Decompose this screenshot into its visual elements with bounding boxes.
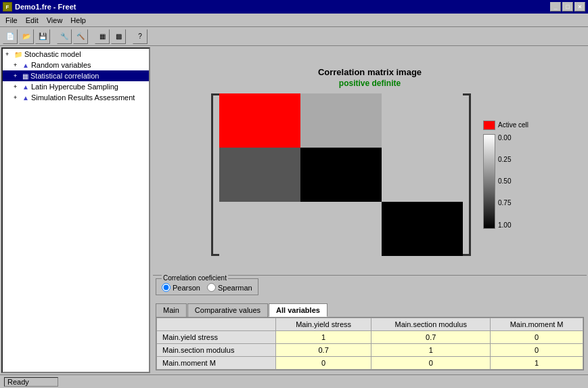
legend-active-label: Active cell [498, 121, 528, 129]
matrix-with-legend: Active cell 0.00 0.25 0.50 0.75 1.00 [211, 93, 528, 256]
toolbar-tool2[interactable]: 🔨 [73, 29, 88, 44]
close-button[interactable]: × [574, 2, 585, 12]
legend-active-box [483, 121, 495, 130]
chart-icon-latin: ▲ [22, 83, 29, 91]
expand-icon-random: + [14, 62, 20, 68]
col-header-section: Main.section modulus [371, 318, 491, 331]
table-row: Main.section modulus 0.7 1 0 [157, 344, 583, 357]
pearson-option[interactable]: Pearson [162, 283, 200, 292]
cell-2-2-val[interactable]: 1 [491, 357, 583, 370]
toolbar: 📄 📂 💾 🔧 🔨 ▦ ▩ ? [0, 27, 588, 46]
status-panel: Ready [4, 377, 58, 387]
cell-2-2[interactable] [382, 202, 463, 256]
cell-2-0-val[interactable]: 0 [276, 357, 371, 370]
tree-panel: + 📁 Stochastic model + ▲ Random variable… [1, 47, 150, 373]
matrix-brackets [211, 93, 471, 256]
tab-comparative[interactable]: Comparative values [187, 303, 268, 317]
tree-label-sim: Simulation Results Assessment [31, 93, 135, 102]
window-title: Demo1.fre - Freet [15, 3, 76, 11]
chart-icon-sim: ▲ [22, 94, 29, 102]
cell-0-1-val[interactable]: 0.7 [371, 331, 491, 344]
bracket-right [463, 93, 471, 256]
expand-icon-latin: + [14, 83, 20, 90]
expand-icon-stat: + [14, 72, 20, 79]
table-row: Main.moment M 0 0 1 [157, 357, 583, 370]
cell-1-1[interactable] [300, 148, 382, 202]
tree-label-stat: Statistical correlation [30, 72, 99, 80]
app-icon: F [3, 2, 12, 12]
toolbar-chart2[interactable]: ▩ [111, 29, 126, 44]
tree-item-statistical-correlation[interactable]: + ▦ Statistical correlation [3, 70, 149, 81]
cell-1-2[interactable] [382, 148, 463, 202]
tabs-row: Main Comparative values All variables [156, 303, 584, 317]
spearman-label: Spearman [218, 284, 252, 292]
tab-main[interactable]: Main [156, 303, 187, 317]
status-text: Ready [7, 378, 29, 386]
cell-1-2-val[interactable]: 0 [491, 344, 583, 357]
matrix-grid [219, 93, 463, 256]
legend-active: Active cell [483, 121, 528, 130]
expand-icon-stochastic: + [5, 51, 12, 58]
toolbar-new[interactable]: 📄 [3, 29, 18, 44]
tree-item-random-variables[interactable]: + ▲ Random variables [3, 60, 149, 70]
spearman-option[interactable]: Spearman [207, 283, 252, 292]
matrix-subtitle: positive definite [339, 79, 401, 88]
menu-help[interactable]: Help [66, 15, 90, 26]
cell-2-1[interactable] [300, 202, 382, 256]
cell-0-0-val[interactable]: 1 [276, 331, 371, 344]
toolbar-sep3 [127, 29, 131, 44]
cell-0-0[interactable] [219, 93, 300, 148]
menu-file[interactable]: File [1, 15, 22, 26]
data-table: Main.yield stress Main.section modulus M… [156, 318, 583, 370]
title-bar-controls[interactable]: _ □ × [550, 2, 585, 12]
tree-item-simulation-results[interactable]: + ▲ Simulation Results Assessment [3, 92, 149, 103]
table-header-row: Main.yield stress Main.section modulus M… [157, 318, 583, 331]
spearman-radio[interactable] [207, 283, 216, 292]
toolbar-chart1[interactable]: ▦ [95, 29, 110, 44]
tree-label-latin: Latin Hypercube Sampling [31, 83, 118, 91]
toolbar-open[interactable]: 📂 [19, 29, 34, 44]
bottom-section: Correlation coeficient Pearson Spearman [153, 275, 587, 373]
minimize-button[interactable]: _ [550, 2, 561, 12]
cell-1-1-val[interactable]: 1 [371, 344, 491, 357]
toolbar-help[interactable]: ? [133, 29, 148, 44]
maximize-button[interactable]: □ [562, 2, 573, 12]
cell-2-1-val[interactable]: 0 [371, 357, 491, 370]
menu-edit[interactable]: Edit [22, 15, 43, 26]
corr-group-label: Correlation coeficient [162, 274, 228, 282]
expand-icon-sim: + [14, 94, 20, 101]
legend-label-2: 0.50 [498, 177, 511, 185]
tab-all-variables[interactable]: All variables [269, 303, 327, 317]
cell-0-2-val[interactable]: 0 [491, 331, 583, 344]
toolbar-save[interactable]: 💾 [35, 29, 50, 44]
legend-label-1: 0.25 [498, 156, 511, 163]
tree-item-stochastic-model[interactable]: + 📁 Stochastic model [3, 49, 149, 60]
cell-1-0-val[interactable]: 0.7 [276, 344, 371, 357]
toolbar-tool1[interactable]: 🔧 [57, 29, 72, 44]
legend-area: Active cell 0.00 0.25 0.50 0.75 1.00 [478, 121, 528, 229]
cell-2-0[interactable] [219, 202, 300, 256]
status-bar: Ready [0, 374, 588, 388]
legend-label-3: 0.75 [498, 199, 511, 207]
grid-icon: ▦ [22, 72, 28, 80]
menu-view[interactable]: View [43, 15, 67, 26]
cell-0-1[interactable] [300, 93, 382, 148]
triangle-icon: ▲ [22, 62, 29, 69]
title-bar-left: F Demo1.fre - Freet [3, 2, 76, 12]
legend-scale: 0.00 0.25 0.50 0.75 1.00 [483, 134, 528, 229]
pearson-label: Pearson [173, 284, 200, 292]
bracket-left [211, 93, 219, 256]
legend-label-0: 0.00 [498, 134, 511, 142]
title-bar: F Demo1.fre - Freet _ □ × [0, 0, 588, 14]
row-label-2: Main.moment M [157, 357, 276, 370]
cell-1-0[interactable] [219, 148, 300, 202]
tree-item-latin-hypercube[interactable]: + ▲ Latin Hypercube Sampling [3, 81, 149, 92]
corr-options: Pearson Spearman [162, 283, 252, 292]
pearson-radio[interactable] [162, 283, 171, 292]
corr-coeff-group: Correlation coeficient Pearson Spearman [156, 278, 258, 295]
matrix-title: Correlation matrix image [318, 67, 422, 77]
legend-gradient [483, 134, 495, 229]
cell-0-2[interactable] [382, 93, 463, 148]
tree-label-stochastic: Stochastic model [24, 50, 81, 58]
legend-labels: 0.00 0.25 0.50 0.75 1.00 [498, 134, 511, 229]
